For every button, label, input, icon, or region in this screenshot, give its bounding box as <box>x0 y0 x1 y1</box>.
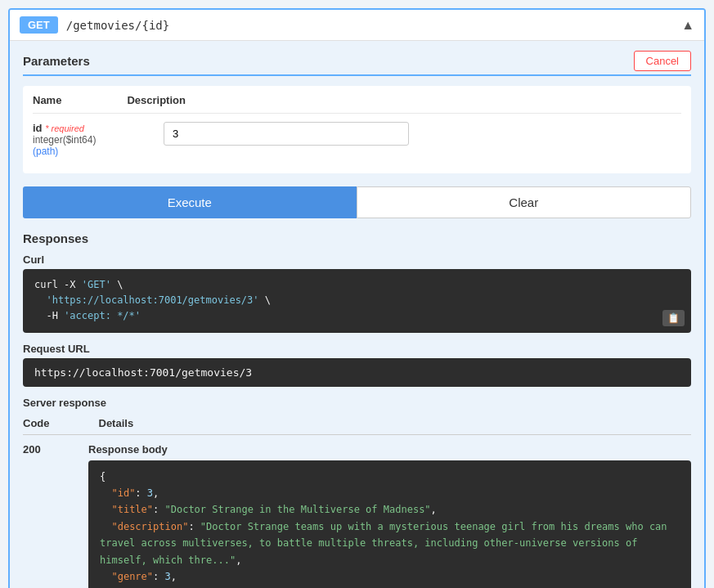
endpoint-path: /getmovies/{id} <box>66 19 169 32</box>
param-info: id * required integer($int64) (path) <box>33 122 147 157</box>
param-location: (path) <box>33 146 147 157</box>
header-bar: GET /getmovies/{id} ▲ <box>10 10 704 41</box>
method-badge: GET <box>20 16 58 34</box>
param-name: id <box>33 122 43 134</box>
param-id-input[interactable] <box>164 122 409 146</box>
response-body-block: { "id": 3, "title": "Doctor Strange in t… <box>88 460 691 588</box>
responses-title: Responses <box>23 231 691 245</box>
clear-button[interactable]: Clear <box>357 186 692 218</box>
execute-button[interactable]: Execute <box>23 186 357 218</box>
curl-label: Curl <box>23 254 691 266</box>
request-url-label: Request URL <box>23 343 691 355</box>
response-row-200: 200 Response body { "id": 3, "title": "D… <box>23 435 691 588</box>
response-code: 200 <box>23 443 88 456</box>
request-url-section: Request URL https://localhost:7001/getmo… <box>23 343 691 387</box>
response-body-text: { "id": 3, "title": "Doctor Strange in t… <box>100 471 667 588</box>
name-column-header: Name <box>33 94 61 106</box>
cancel-button[interactable]: Cancel <box>634 51 691 71</box>
server-response-section: Server response Code Details 200 Respons… <box>23 397 691 588</box>
response-details: Response body { "id": 3, "title": "Docto… <box>88 443 691 588</box>
details-col-header: Details <box>99 417 134 429</box>
responses-section: Responses Curl curl -X 'GET' \ 'https://… <box>23 231 691 588</box>
request-url-box: https://localhost:7001/getmovies/3 <box>23 358 691 387</box>
parameters-table: Name Description id * required integer($… <box>23 86 691 173</box>
param-row-id: id * required integer($int64) (path) <box>33 114 681 165</box>
curl-text: curl -X 'GET' \ 'https://localhost:7001/… <box>34 279 271 321</box>
curl-section: Curl curl -X 'GET' \ 'https://localhost:… <box>23 254 691 333</box>
code-col-header: Code <box>23 417 50 429</box>
collapse-button[interactable]: ▲ <box>681 18 694 33</box>
description-column-header: Description <box>127 94 186 106</box>
parameters-tab-title: Parameters <box>23 54 90 68</box>
server-response-label: Server response <box>23 397 691 409</box>
response-body-label: Response body <box>88 443 691 456</box>
response-table-header: Code Details <box>23 412 691 435</box>
curl-copy-button[interactable]: 📋 <box>662 310 685 326</box>
action-buttons: Execute Clear <box>23 186 691 218</box>
header-left: GET /getmovies/{id} <box>20 16 169 34</box>
params-header-row: Name Description <box>33 94 681 114</box>
param-type: integer($int64) <box>33 134 147 146</box>
curl-code-block: curl -X 'GET' \ 'https://localhost:7001/… <box>23 269 691 333</box>
content-area: Parameters Cancel Name Description id * … <box>10 41 704 588</box>
api-panel: GET /getmovies/{id} ▲ Parameters Cancel … <box>8 8 706 588</box>
parameters-section-header: Parameters Cancel <box>23 51 691 76</box>
param-required: * required <box>45 123 84 133</box>
